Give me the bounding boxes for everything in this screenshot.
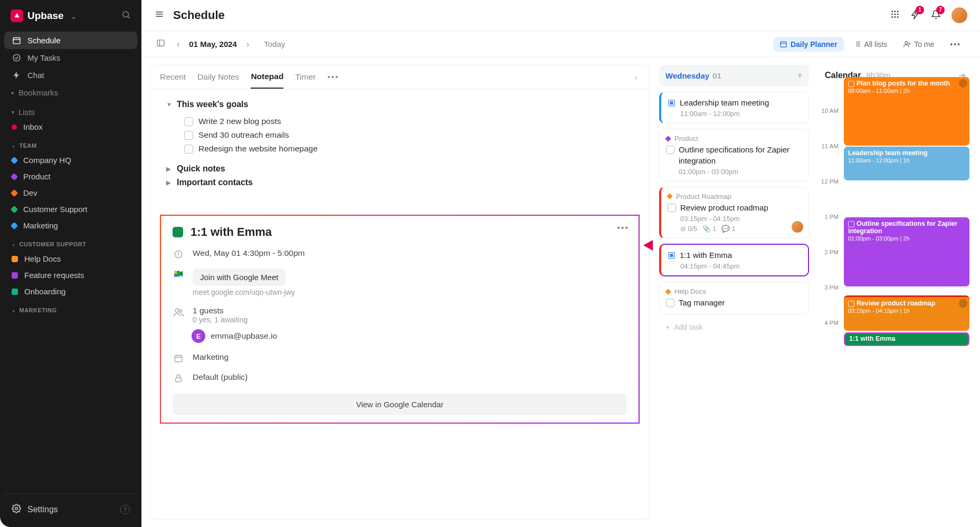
list-label: Customer Support [23,205,88,214]
apps-icon[interactable] [890,9,900,21]
nav-my-tasks[interactable]: My Tasks [4,49,137,66]
notepad-panel: Recent Daily Notes Notepad Timer ••• › ▼… [150,65,650,520]
checkbox-icon[interactable] [184,131,193,140]
tag-dot-icon [667,194,672,199]
checkbox-icon[interactable] [184,117,193,126]
task-card-roadmap[interactable]: Product Roadmap Review product roadmap 0… [659,187,809,238]
checkbox-icon[interactable] [666,299,674,307]
event-title: Plan blog posts for the month [857,80,950,87]
notepad-content[interactable]: ▼ This week's goals Write 2 new blog pos… [150,89,649,198]
add-task-button[interactable]: + Add task [659,320,809,334]
chevron-down-icon: ⌄ [12,308,16,313]
more-options-button[interactable]: ••• [944,37,967,52]
list-dev[interactable]: Dev [4,185,137,201]
search-icon[interactable] [121,10,131,22]
tab-recent[interactable]: Recent [160,72,186,88]
task-card-emma[interactable]: 1:1 with Emma 04:15pm - 04:45pm [659,244,809,276]
task-time: 11:00am - 12:00pm [680,110,802,118]
hour-label: 11 AM [819,143,839,149]
nav-label: Schedule [27,36,61,45]
to-me-button[interactable]: To me [897,37,940,52]
checkbox-icon[interactable] [184,145,193,154]
cal-event-emma[interactable]: 1:1 with Emma [844,332,969,346]
goals-toggle[interactable]: ▼ This week's goals [166,100,633,109]
event-details-popup: ••• 1:1 with Emma Wed, May 01 4:30pm - 5… [160,215,640,424]
tab-more[interactable]: ••• [327,72,339,88]
join-meet-button[interactable]: Join with Google Meet [193,269,286,286]
calendar-grid[interactable]: 10 AM 11 AM 12 PM 1 PM 2 PM 3 PM 4 PM Pl… [819,85,972,520]
tab-notepad[interactable]: Notepad [251,72,283,89]
cal-event-zapier[interactable]: Outline specifications for Zapier integr… [844,217,969,286]
square-icon [12,289,18,295]
tab-timer[interactable]: Timer [295,72,316,88]
activity-icon[interactable]: 1 [910,9,920,22]
lists-toggle[interactable]: ▾ Lists [4,103,137,119]
help-icon[interactable]: ? [120,505,130,514]
hour-label: 1 PM [819,214,839,220]
cs-section-header[interactable]: ⌄ CUSTOMER SUPPORT [4,234,137,251]
list-feature-requests[interactable]: Feature requests [4,267,137,283]
panel-toggle-icon[interactable] [154,36,167,52]
all-lists-button[interactable]: All lists [847,37,894,52]
prev-day-button[interactable]: ‹ [175,37,182,51]
chevron-right-icon[interactable]: › [635,73,640,88]
current-date: 01 May, 2024 [189,40,237,49]
team-section-header[interactable]: ⌄ TEAM [4,135,137,152]
goal-item[interactable]: Send 30 outreach emails [184,128,633,142]
checkbox-icon[interactable] [666,146,674,154]
view-google-calendar-button[interactable]: View in Google Calendar [173,394,627,415]
meet-link: meet.google.com/uqo-utwn-jwy [193,288,295,296]
settings-button[interactable]: Settings ? [4,499,137,521]
next-day-button[interactable]: › [244,37,251,51]
list-help-docs[interactable]: Help Docs [4,251,137,267]
expand-icon: ▶ [166,179,173,186]
daily-planner-button[interactable]: Daily Planner [773,37,844,52]
event-time: 11:00am - 12:00pm | 1h [848,157,965,164]
menu-toggle[interactable] [154,9,165,22]
list-label: Help Docs [24,254,61,263]
checkbox-icon[interactable] [848,221,854,227]
contacts-toggle[interactable]: ▶Important contacts [166,178,633,187]
subtasks-count: ⊘ 0/5 [680,225,697,233]
today-button[interactable]: Today [264,40,285,49]
notifications-icon[interactable]: 7 [931,9,941,22]
cal-event-roadmap[interactable]: Review product roadmap 03:15pm - 04:15pm… [844,295,969,331]
chevron-down-icon: ⌄ [12,143,16,148]
list-onboarding[interactable]: Onboarding [4,283,137,300]
cal-event-blogposts[interactable]: Plan blog posts for the month 09:00am - … [844,77,969,146]
nav-schedule[interactable]: Schedule [4,32,137,49]
task-card-outline[interactable]: Product Outline specifications for Zapie… [659,129,809,181]
workspace-switcher[interactable]: Upbase ⌄ [4,6,137,32]
hour-label: 4 PM [819,320,839,326]
marketing-section-header[interactable]: ⌄ MARKETING [4,300,137,317]
more-icon[interactable]: ••• [617,223,629,233]
tab-daily-notes[interactable]: Daily Notes [197,72,239,88]
svg-point-28 [905,42,908,44]
goal-item[interactable]: Redesign the website homepage [184,142,633,156]
quick-notes-toggle[interactable]: ▶Quick notes [166,164,633,174]
guests-count: 1 guests [193,306,277,315]
cal-event-leadership[interactable]: Leadership team meeting 11:00am - 12:00p… [844,147,969,180]
clock-icon [173,248,184,259]
goal-item[interactable]: Write 2 new blog posts [184,114,633,128]
goal-text: Redesign the website homepage [198,144,318,154]
checkbox-icon[interactable] [668,204,676,212]
checkbox-icon[interactable] [848,81,854,87]
list-label: Onboarding [24,287,65,296]
list-label: Company HQ [23,156,71,165]
task-card-tag-manager[interactable]: Help Docs Tag manager [659,282,809,314]
list-product[interactable]: Product [4,168,137,185]
list-inbox[interactable]: Inbox [4,119,137,135]
attachments-count: 📎 1 [702,225,716,233]
list-marketing[interactable]: Marketing [4,217,137,234]
bookmarks-toggle[interactable]: ▸ Bookmarks [4,84,137,99]
nav-chat[interactable]: Chat [4,66,137,84]
svg-point-5 [15,507,18,510]
add-task-icon[interactable]: + [797,70,803,81]
svg-rect-34 [174,274,177,277]
user-avatar[interactable] [952,7,967,23]
list-company-hq[interactable]: Company HQ [4,152,137,168]
checkbox-icon[interactable] [848,301,854,307]
task-card-meeting[interactable]: Leadership team meeting 11:00am - 12:00p… [659,92,809,123]
list-customer-support[interactable]: Customer Support [4,201,137,217]
